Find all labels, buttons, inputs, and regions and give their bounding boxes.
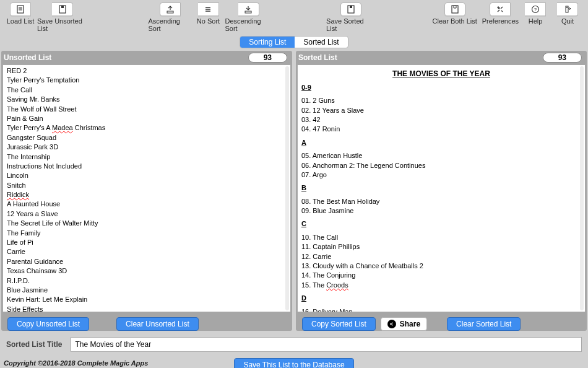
unsorted-list[interactable]: RED 2Tyler Perry's TemptationThe CallSav… [2,64,291,312]
quit-button[interactable]: Quit [552,2,583,25]
list-item: 10. The Call [301,233,581,242]
list-item: Side Effects [7,305,287,312]
toolbar: Load List Save Unsorted List Ascending S… [0,0,588,33]
load-list-label: Load List [7,17,35,25]
save-unsorted-button[interactable]: Save Unsorted List [37,2,89,32]
help-button[interactable]: ? Help [520,2,551,25]
svg-point-18 [566,7,568,8]
list-item: The Wolf of Wall Street [7,105,287,114]
lines-icon [204,5,212,14]
title-form: Sorted List Title [0,331,588,354]
svg-rect-10 [245,11,251,13]
help-icon: ? [531,5,540,14]
list-item: 15. The Croods [301,281,581,290]
list-item: Saving Mr. Banks [7,95,287,104]
list-item: Pain & Gain [7,114,287,123]
unsorted-panel: Unsorted List 93 RED 2Tyler Perry's Temp… [1,51,292,331]
svg-text:?: ? [534,7,537,12]
save-sorted-button[interactable]: Save Sorted List [326,2,376,32]
list-item: The Family [7,229,287,238]
share-button[interactable]: < Share [381,317,427,331]
section-header: C [301,219,581,229]
sorted-list-title-label: Sorted List Title [6,340,62,349]
clear-unsorted-button[interactable]: Clear Unsorted List [116,317,199,331]
sorted-list-title-input[interactable] [71,337,582,352]
unsorted-count: 93 [248,53,287,63]
section-header: D [301,294,581,303]
list-item: Kevin Hart: Let Me Explain [7,295,287,304]
list-item: Lincoln [7,171,287,180]
save-sorted-label: Save Sorted List [326,17,376,32]
clear-both-button[interactable]: Clear Both List [430,2,480,25]
help-label: Help [529,17,543,25]
unsorted-title: Unsorted List [4,53,51,62]
list-item: Blue Jasmine [7,286,287,295]
load-list-button[interactable]: Load List [5,2,36,32]
list-item: 12 Years a Slave [7,209,287,219]
list-item: 03. 42 [301,115,581,125]
list-item: Tyler Perry's Temptation [7,76,287,85]
section-header: 0-9 [301,83,581,92]
sorted-panel: Sorted List 93 THE MOVIES OF THE YEAR 0-… [296,51,587,331]
svg-marker-5 [61,6,64,8]
svg-rect-0 [17,6,24,13]
section-header: A [301,138,581,147]
share-label: Share [400,320,420,328]
svg-marker-12 [350,6,352,8]
list-item: 06. Anchorman 2: The Legend Continues [301,161,581,170]
save-to-database-button[interactable]: Save This List to the Database [234,358,353,368]
clear-both-label: Clear Both List [433,17,477,25]
list-item: 12. Carrie [301,252,581,261]
sorted-list[interactable]: THE MOVIES OF THE YEAR 0-9 01. 2 Guns02.… [297,64,586,312]
copy-sorted-button[interactable]: Copy Sorted List [302,317,376,331]
save-icon [347,5,355,14]
save-unsorted-label: Save Unsorted List [37,17,89,32]
list-item: 16. Delivery Man [301,307,581,312]
preferences-label: Preferences [482,17,519,25]
sorted-count: 93 [543,53,582,63]
list-item: Life of Pi [7,238,287,247]
list-item: 08. The Best Man Holiday [301,197,581,206]
desc-sort-label: Descending Sort [225,17,272,32]
copyright: Copyright ©2016-2018 Complete Magic Apps [4,359,148,367]
descending-sort-button[interactable]: Descending Sort [225,2,272,32]
quit-label: Quit [561,17,574,25]
upload-icon [166,5,175,14]
list-item: 11. Captain Phillips [301,242,581,252]
svg-rect-6 [167,11,173,13]
list-item: 01. 2 Guns [301,96,581,105]
list-item: The Internship [7,152,287,162]
ascending-sort-button[interactable]: Ascending Sort [149,2,192,32]
list-item: Gangster Squad [7,133,287,142]
tab-bar: Sorting List Sorted List [0,33,588,51]
list-item: Carrie [7,247,287,256]
clear-sorted-button[interactable]: Clear Sorted List [447,317,521,331]
copy-unsorted-button[interactable]: Copy Unsorted List [7,317,89,331]
clear-icon [451,5,459,14]
sorted-title: Sorted List [298,53,337,62]
save-icon [58,5,67,14]
document-icon [16,5,25,14]
tools-icon [496,5,504,14]
list-item: 14. The Conjuring [301,271,581,280]
list-item: 05. American Hustle [301,151,581,160]
no-sort-button[interactable]: No Sort [193,2,224,32]
section-header: B [301,183,581,193]
exit-icon [563,5,572,14]
list-item: Jurassic Park 3D [7,142,287,152]
asc-sort-label: Ascending Sort [149,17,192,32]
list-item: A Haunted House [7,199,287,209]
list-item: 04. 47 Ronin [301,125,581,134]
list-item: The Secret Life of Walter Mitty [7,219,287,228]
list-item: The Call [7,85,287,95]
preferences-button[interactable]: Preferences [482,2,519,25]
download-icon [244,5,253,14]
list-item: RED 2 [7,66,287,76]
tab-sorting-list[interactable]: Sorting List [240,37,295,48]
list-item: Tyler Perry's A Madea Christmas [7,123,287,133]
list-item: Riddick [7,190,287,199]
list-item: Instructions Not Included [7,162,287,171]
list-item: R.I.P.D. [7,276,287,286]
no-sort-label: No Sort [197,17,220,25]
tab-sorted-list[interactable]: Sorted List [295,37,347,48]
